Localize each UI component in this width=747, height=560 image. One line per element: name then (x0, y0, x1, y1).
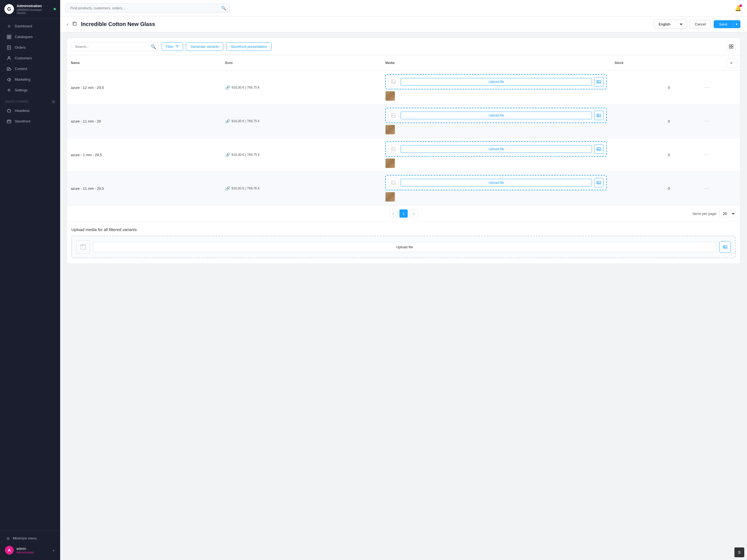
row-media-cell: Upload file (381, 104, 611, 138)
row-media-cell: Upload file (381, 71, 611, 104)
save-button[interactable]: Save (714, 20, 733, 28)
filter-button[interactable]: Filter (162, 42, 183, 51)
row-media-cell: Upload file (381, 138, 611, 172)
upload-area: Upload file (385, 142, 607, 157)
sidebar-item-label: Marketing (15, 77, 30, 81)
sidebar-item-marketing[interactable]: Marketing (2, 74, 58, 85)
language-select-input[interactable]: English German (658, 22, 683, 27)
add-sales-channel-button[interactable]: ⊕ (52, 99, 55, 104)
upload-all-gallery-button[interactable] (719, 241, 731, 253)
sales-channel-section: Sales Channel ⊕ (0, 96, 60, 105)
avatar: A (5, 546, 14, 555)
sidebar-item-label: Content (15, 67, 27, 71)
variants-card: 🔍 Filter Generate variants Storefront pr… (67, 38, 741, 264)
online-indicator (54, 8, 56, 10)
sidebar-item-headless[interactable]: Headless (2, 105, 58, 116)
upload-all-title: Upload media for all filtered variants (71, 227, 736, 232)
cancel-button[interactable]: Cancel (690, 20, 711, 28)
upload-area: Upload file (385, 108, 607, 123)
row-actions-cell: ··· (674, 71, 740, 104)
sidebar-item-settings[interactable]: ⚙ Settings (2, 85, 58, 96)
row-actions-button[interactable]: ··· (704, 119, 710, 124)
sidebar-item-catalogues[interactable]: Catalogues (2, 32, 58, 42)
search-input[interactable] (66, 3, 230, 13)
upload-gallery-button[interactable] (594, 178, 603, 187)
app-version: v9999999 Developer Version (17, 8, 51, 15)
sidebar-item-orders[interactable]: Orders (2, 42, 58, 53)
upload-gallery-button[interactable] (594, 77, 603, 86)
upload-gallery-button[interactable] (594, 144, 603, 154)
filter-label: Filter (166, 45, 174, 49)
row-actions-button[interactable]: ··· (704, 85, 710, 90)
settings-icon: ⚙ (6, 88, 11, 93)
sidebar-item-dashboard[interactable]: ⊙ Dashboard (2, 21, 58, 31)
price-value: 916,00 € | 769,75 € (232, 153, 260, 157)
column-menu-button[interactable]: ≡ (726, 58, 736, 68)
row-actions-button[interactable]: ··· (704, 186, 710, 191)
sidebar-item-label: Headless (15, 108, 29, 113)
app-logo: G (4, 4, 14, 14)
col-actions-header: ≡ (674, 55, 740, 71)
user-profile[interactable]: A admin Administrator ▲ (2, 543, 58, 557)
col-media-header: Media (381, 55, 611, 71)
sidebar-item-storefront[interactable]: Storefront (2, 116, 58, 127)
sidebar-item-customers[interactable]: Customers (2, 53, 58, 63)
svg-rect-0 (7, 35, 9, 36)
upload-area: Upload file (385, 74, 607, 90)
row-actions-button[interactable]: ··· (704, 152, 710, 157)
back-button[interactable]: ‹ (67, 21, 68, 27)
col-name-header: Name (67, 55, 222, 71)
minimize-menu-button[interactable]: ◎ Minimize menu (2, 533, 58, 543)
row-euro-cell: 🔗 916,00 € | 769,76 € (222, 172, 382, 205)
price-value: 916,00 € | 769,75 € (232, 85, 260, 90)
symfony-debug-icon[interactable]: S (735, 548, 744, 557)
dashboard-icon: ⊙ (6, 24, 11, 29)
row-media-cell: Upload file (381, 172, 611, 205)
next-page-button[interactable]: › (410, 209, 418, 218)
prev-page-button[interactable]: ‹ (389, 209, 397, 218)
generate-variants-button[interactable]: Generate variants (186, 42, 223, 51)
catalogues-icon (6, 34, 11, 40)
row-actions-cell: ··· (674, 138, 740, 172)
main-content: 🔍 🔔 ‹ Incredible Cotton New Glass Englis… (60, 0, 747, 560)
upload-placeholder-icon (389, 110, 398, 120)
col-euro-header: Euro (222, 55, 382, 71)
svg-point-12 (9, 109, 9, 110)
language-selector[interactable]: English German (654, 20, 687, 29)
svg-point-36 (82, 245, 83, 246)
notifications-button[interactable]: 🔔 (735, 5, 742, 11)
upload-file-button[interactable]: Upload file (401, 145, 592, 153)
app-name: Administration (17, 4, 51, 8)
media-view-button[interactable] (726, 42, 736, 51)
svg-rect-19 (391, 80, 395, 84)
media-thumbnail (385, 91, 395, 101)
storefront-presentation-button[interactable]: Storefront presentation (226, 42, 272, 51)
variant-search-input[interactable] (71, 42, 159, 51)
upload-file-button[interactable]: Upload file (401, 78, 592, 85)
upload-file-button[interactable]: Upload file (401, 111, 592, 119)
save-dropdown-button[interactable]: ▾ (733, 20, 741, 28)
topbar-right: 🔔 (735, 5, 742, 11)
pagination-bar: ‹ 1 › Items per page: 25 50 100 (67, 205, 740, 222)
row-stock-cell: 0 (611, 71, 673, 104)
price-value: 916,00 € | 769,75 € (232, 119, 260, 123)
sidebar-item-content[interactable]: Content (2, 64, 58, 74)
media-thumbnail (385, 125, 395, 134)
customers-icon (6, 56, 11, 61)
copy-button[interactable] (72, 21, 77, 27)
items-per-page-select[interactable]: 25 50 100 (719, 210, 736, 218)
variant-search-box: 🔍 (71, 42, 159, 51)
save-button-group: Save ▾ (714, 20, 741, 28)
svg-point-24 (392, 114, 393, 116)
page-header: ‹ Incredible Cotton New Glass English Ge… (60, 17, 747, 32)
page-1-button[interactable]: 1 (400, 209, 408, 218)
minimize-label: Minimize menu (13, 536, 36, 540)
upload-gallery-button[interactable] (594, 111, 603, 120)
table-row: azure - 11 mm - 29,5 🔗 916,00 € | 769,76… (67, 172, 740, 205)
header-actions: English German Cancel Save ▾ (654, 20, 741, 29)
upload-file-button[interactable]: Upload file (401, 179, 592, 186)
upload-all-file-button[interactable]: Upload file (93, 242, 716, 252)
row-name-cell: azure - 11 mm - 29 (67, 104, 222, 138)
row-stock-cell: 0 (611, 138, 673, 172)
table-row: azure - 1 mm - 29,5 🔗 916,00 € | 769,75 … (67, 138, 740, 172)
